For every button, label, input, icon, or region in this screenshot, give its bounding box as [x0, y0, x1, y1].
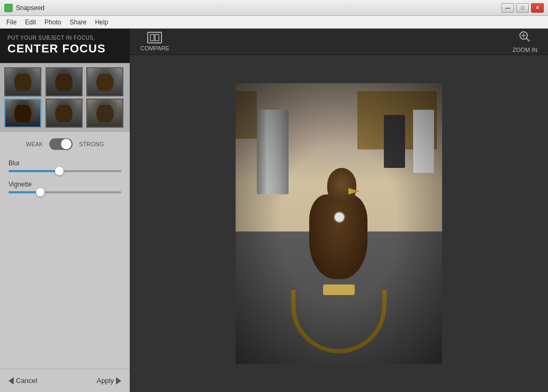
menu-bar: File Edit Photo Share Help	[0, 16, 548, 29]
panel-header: Put your subject in focus. CENTER FOCUS	[0, 29, 130, 63]
thumbnail-6[interactable]	[86, 99, 123, 128]
minimize-button[interactable]: —	[501, 3, 514, 13]
close-button[interactable]: ✕	[531, 3, 544, 13]
apply-label: Apply	[96, 377, 114, 385]
main-layout: Put your subject in focus. CENTER FOCUS	[0, 29, 548, 392]
blur-track[interactable]	[8, 170, 121, 172]
zoom-icon	[519, 31, 531, 45]
thumbnail-grid	[0, 63, 130, 132]
blur-label: Blur	[8, 159, 121, 167]
thumbnail-5[interactable]	[46, 99, 83, 128]
maximize-button[interactable]: □	[516, 3, 529, 13]
toggle-switch[interactable]	[49, 138, 73, 150]
bg-shelving-2	[236, 91, 257, 139]
eagle-photo[interactable]	[236, 83, 442, 364]
title-bar-left: Snapseed	[4, 4, 44, 12]
title-bar: Snapseed — □ ✕	[0, 0, 548, 16]
zoom-button[interactable]: ZOOM IN	[513, 31, 537, 53]
panel-subtitle: Put your subject in focus.	[7, 35, 122, 41]
window-title: Snapseed	[16, 4, 44, 12]
left-panel: Put your subject in focus. CENTER FOCUS	[0, 29, 130, 392]
thumbnail-4[interactable]	[4, 99, 41, 128]
thumbnail-2[interactable]	[46, 67, 83, 96]
apply-button[interactable]: Apply	[92, 375, 125, 387]
apply-arrow-icon	[116, 377, 121, 385]
blur-fill	[8, 170, 59, 172]
sliders-area: Blur Vignette	[0, 154, 130, 369]
menu-help[interactable]: Help	[91, 17, 112, 27]
bg-dark-object	[384, 115, 405, 168]
blur-thumb[interactable]	[55, 167, 64, 175]
top-toolbar: COMPARE ZOOM IN	[130, 29, 548, 55]
eagle-head	[327, 168, 356, 202]
vignette-fill	[8, 191, 40, 193]
toggle-strong-label: STRONG	[79, 141, 104, 147]
image-canvas	[130, 55, 548, 392]
svg-line-3	[526, 38, 529, 41]
menu-edit[interactable]: Edit	[21, 17, 40, 27]
vignette-slider-row: Vignette	[8, 181, 121, 193]
vignette-thumb[interactable]	[36, 188, 44, 197]
app-icon	[4, 4, 13, 12]
svg-rect-0	[150, 34, 154, 41]
menu-file[interactable]: File	[2, 17, 21, 27]
vignette-track[interactable]	[8, 191, 121, 193]
toggle-weak-label: WEAK	[26, 141, 43, 147]
bg-white-container	[413, 110, 434, 173]
eagle-beak	[348, 188, 360, 194]
cancel-label: Cancel	[16, 377, 37, 385]
right-content: COMPARE ZOOM IN	[130, 29, 548, 392]
compare-label: COMPARE	[140, 45, 169, 51]
thumbnail-3[interactable]	[86, 67, 123, 96]
focus-dot[interactable]	[335, 212, 344, 222]
cancel-arrow-icon	[8, 377, 14, 385]
thumbnail-1[interactable]	[4, 67, 41, 96]
menu-photo[interactable]: Photo	[40, 17, 65, 27]
eagle-body	[302, 168, 376, 300]
vignette-label: Vignette	[8, 181, 121, 188]
eagle-torso	[309, 194, 367, 279]
compare-icon	[147, 32, 162, 43]
blur-slider-row: Blur	[8, 159, 121, 172]
svg-rect-1	[155, 34, 159, 41]
cancel-button[interactable]: Cancel	[4, 375, 41, 387]
title-bar-controls[interactable]: — □ ✕	[501, 3, 544, 13]
bg-cylinder	[257, 110, 289, 194]
zoom-label: ZOOM IN	[513, 47, 537, 53]
panel-title: CENTER FOCUS	[7, 42, 122, 56]
compare-button[interactable]: COMPARE	[140, 32, 169, 51]
toggle-knob	[61, 139, 71, 149]
toggle-area: WEAK STRONG	[0, 132, 130, 154]
bottom-bar: Cancel Apply	[0, 369, 130, 392]
menu-share[interactable]: Share	[65, 17, 91, 27]
